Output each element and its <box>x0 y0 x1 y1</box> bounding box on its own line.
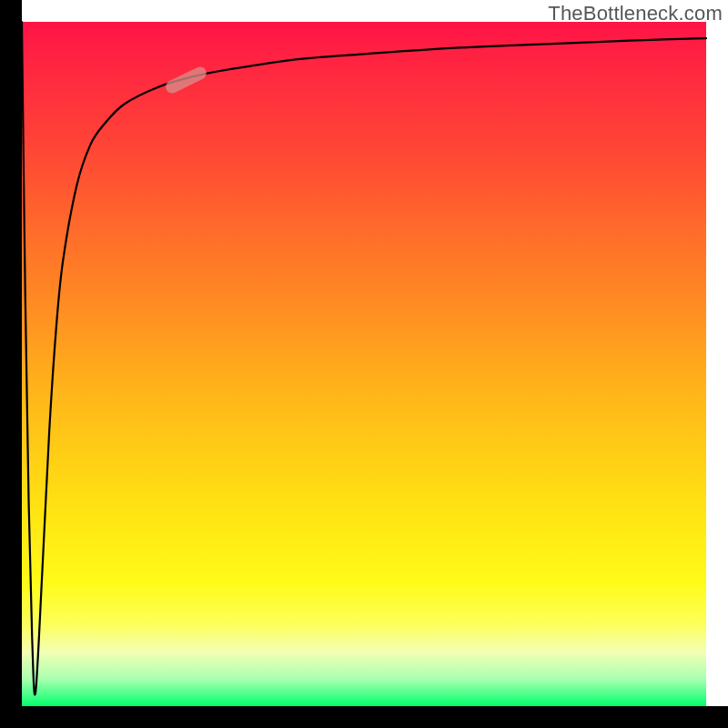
curve-marker <box>164 65 208 96</box>
x-axis <box>0 706 728 728</box>
chart-stage: TheBottleneck.com <box>0 0 728 728</box>
svg-rect-0 <box>164 65 208 96</box>
y-axis <box>0 0 22 728</box>
bottleneck-curve <box>22 22 706 694</box>
curve-layer <box>22 22 706 706</box>
watermark-text: TheBottleneck.com <box>548 2 723 25</box>
